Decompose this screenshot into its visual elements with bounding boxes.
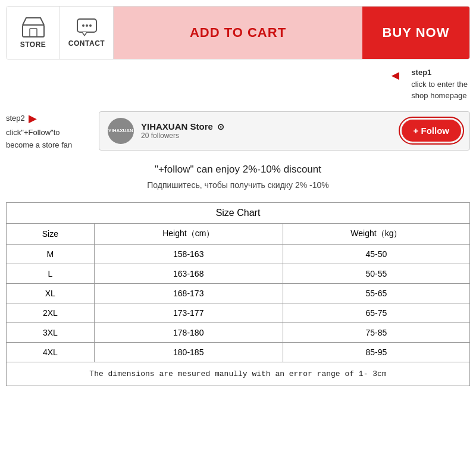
store-followers: 20 followers — [141, 131, 394, 140]
svg-point-4 — [82, 24, 84, 27]
buy-now-button[interactable]: BUY NOW — [362, 7, 469, 59]
size-chart-column-headers: Size Height（cm） Weight（kg） — [7, 223, 470, 244]
col-header-height: Height（cm） — [94, 223, 283, 244]
table-cell: 55-65 — [283, 283, 469, 303]
size-chart-table: Size Chart Size Height（cm） Weight（kg） M1… — [6, 202, 470, 362]
table-cell: M — [7, 244, 95, 264]
store-logo: YIHAXUAN — [108, 118, 134, 144]
step2-line1: click"+Follow"to — [6, 127, 89, 139]
discount-sub-text: Подпишитесь, чтобы получить скидку 2% -1… — [6, 178, 470, 193]
table-row: XL168-17355-65 — [7, 283, 470, 303]
step1-text: step1 click to enter the shop homepage — [405, 67, 468, 102]
size-chart-title: Size Chart — [7, 202, 470, 223]
store-label: STORE — [20, 40, 46, 49]
size-chart-container: Size Chart Size Height（cm） Weight（kg） M1… — [6, 202, 470, 387]
step2-text: step2 ▶ click"+Follow"to become a store … — [6, 110, 89, 152]
table-cell: XL — [7, 283, 95, 303]
col-header-weight: Weight（kg） — [283, 223, 469, 244]
table-row: 4XL180-18585-95 — [7, 342, 470, 362]
svg-point-6 — [89, 24, 92, 27]
table-cell: 168-173 — [94, 283, 283, 303]
action-bar: STORE CONTACT ADD TO CART BUY NOW — [6, 6, 470, 60]
step2-arrow-icon: ▶ — [29, 110, 37, 127]
discount-section: "+follow" can enjoy 2%-10% discount Подп… — [6, 161, 470, 193]
table-cell: 50-55 — [283, 264, 469, 283]
store-icon — [21, 17, 45, 38]
store-name: YIHAXUAN Store ⊙ — [141, 121, 394, 131]
contact-icon — [76, 18, 98, 37]
step2-line2: become a store fan — [6, 139, 89, 152]
table-row: 2XL173-17765-75 — [7, 303, 470, 322]
table-cell: 65-75 — [283, 303, 469, 322]
size-chart-footnote: The dimensions are mesured manully with … — [6, 362, 470, 387]
step1-line2: click to enter the — [411, 79, 468, 90]
col-header-size: Size — [7, 223, 95, 244]
table-cell: 2XL — [7, 303, 95, 322]
step1-arrow-icon: ◄ — [389, 68, 402, 83]
contact-label: CONTACT — [68, 39, 105, 48]
step2-label: step2 — [6, 112, 25, 125]
step1-line1: step1 — [411, 67, 468, 79]
table-cell: 75-85 — [283, 322, 469, 342]
table-cell: 3XL — [7, 322, 95, 342]
table-cell: 180-185 — [94, 342, 283, 362]
size-chart-body: M158-16345-50L163-16850-55XL168-17355-65… — [7, 244, 470, 362]
table-cell: 158-163 — [94, 244, 283, 264]
table-cell: 85-95 — [283, 342, 469, 362]
step1-line3: shop homepage — [411, 90, 468, 102]
svg-rect-1 — [30, 29, 37, 37]
step1-area: ◄ step1 click to enter the shop homepage — [6, 67, 470, 102]
step2-area: step2 ▶ click"+Follow"to become a store … — [6, 110, 470, 152]
table-cell: 178-180 — [94, 322, 283, 342]
follow-button[interactable]: + Follow — [402, 120, 461, 142]
table-cell: 173-177 — [94, 303, 283, 322]
store-circle-icon: ⊙ — [217, 122, 224, 131]
store-button[interactable]: STORE — [7, 7, 60, 59]
table-cell: 163-168 — [94, 264, 283, 283]
table-cell: L — [7, 264, 95, 283]
discount-main-text: "+follow" can enjoy 2%-10% discount — [6, 161, 470, 178]
table-cell: 4XL — [7, 342, 95, 362]
svg-rect-0 — [23, 25, 44, 37]
store-info: YIHAXUAN Store ⊙ 20 followers — [141, 121, 394, 140]
add-to-cart-button[interactable]: ADD TO CART — [114, 7, 362, 59]
store-name-text: YIHAXUAN Store — [141, 121, 213, 131]
contact-button[interactable]: CONTACT — [60, 7, 114, 59]
store-follow-bar: YIHAXUAN YIHAXUAN Store ⊙ 20 followers +… — [99, 111, 470, 151]
table-row: M158-16345-50 — [7, 244, 470, 264]
svg-point-5 — [86, 24, 88, 27]
table-row: 3XL178-18075-85 — [7, 322, 470, 342]
table-row: L163-16850-55 — [7, 264, 470, 283]
table-cell: 45-50 — [283, 244, 469, 264]
